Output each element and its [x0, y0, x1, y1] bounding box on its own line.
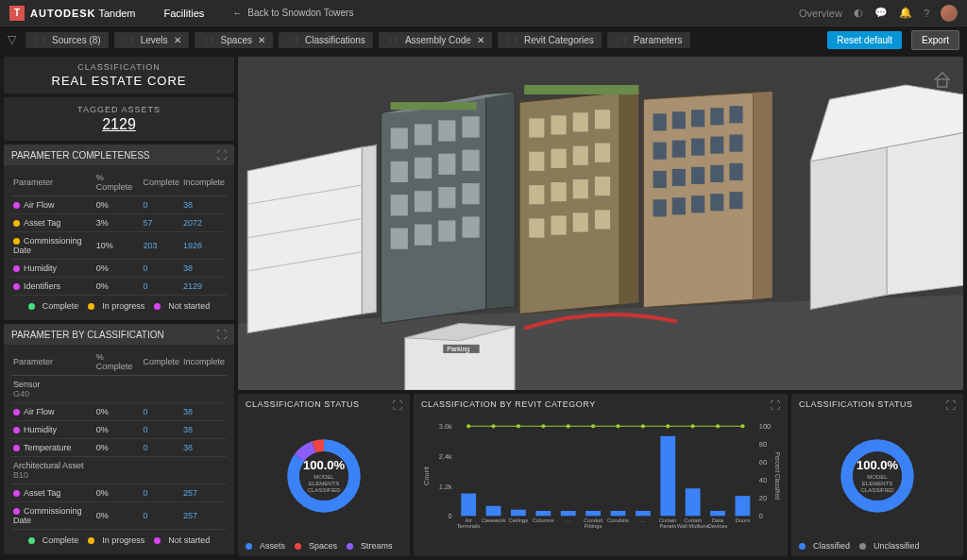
svg-rect-70: [391, 102, 477, 110]
svg-rect-66: [691, 195, 704, 212]
table-row[interactable]: Humidity0%038: [11, 421, 227, 439]
reset-button[interactable]: Reset default: [827, 31, 902, 49]
svg-rect-32: [551, 115, 566, 134]
popout-icon[interactable]: ⛶: [392, 399, 403, 411]
close-icon[interactable]: ✕: [174, 35, 181, 45]
svg-rect-45: [573, 212, 588, 231]
filter-chip[interactable]: ⋮⋮Levels✕: [114, 32, 189, 48]
col-complete: Complete: [141, 348, 181, 376]
svg-rect-101: [686, 488, 701, 516]
svg-rect-49: [653, 113, 667, 130]
svg-marker-11: [486, 93, 515, 309]
grip-icon: ⋮⋮: [202, 36, 215, 44]
filter-chip[interactable]: ⋮⋮Parameters: [607, 32, 690, 48]
filter-bar: ▽ ⋮⋮Sources (8)⋮⋮Levels✕⋮⋮Spaces✕⋮⋮Class…: [0, 26, 967, 53]
svg-rect-69: [524, 85, 638, 94]
svg-marker-3: [887, 133, 963, 296]
back-link[interactable]: ← Back to Snowdon Towers: [232, 8, 353, 18]
table-row[interactable]: Asset Tag0%0257: [11, 484, 227, 502]
svg-rect-44: [551, 215, 566, 234]
bar-chart: 01.2k2.4k3.6k020406080100CountPercent Cl…: [414, 416, 788, 555]
avatar[interactable]: [941, 5, 958, 22]
svg-rect-102: [710, 511, 725, 516]
donut-percent: 100.0%: [857, 458, 899, 472]
table-row[interactable]: Commissioning Date10%2031926: [11, 232, 227, 260]
popout-icon[interactable]: ⛶: [945, 399, 957, 411]
filter-chip[interactable]: ⋮⋮Classifications: [279, 32, 373, 48]
svg-rect-100: [660, 436, 675, 516]
sidebar: CLASSIFICATION REAL ESTATE CORE TAGGED A…: [0, 53, 238, 560]
arrow-left-icon: ←: [232, 8, 242, 18]
export-button[interactable]: Export: [911, 30, 959, 50]
legend-inprogress: In progress: [102, 535, 144, 545]
svg-rect-52: [710, 108, 723, 125]
svg-rect-35: [529, 152, 544, 171]
3d-viewer[interactable]: Parking: [238, 57, 963, 390]
panel-title: PARAMETER BY CLASSIFICATION: [11, 330, 164, 340]
table-row[interactable]: Asset Tag3%572072: [11, 214, 227, 232]
help-icon[interactable]: ?: [924, 8, 929, 19]
legend-inprogress: In progress: [102, 301, 144, 311]
filter-chip[interactable]: ⋮⋮Spaces✕: [195, 32, 273, 48]
svg-rect-18: [415, 158, 432, 178]
brand: AUTODESK Tandem: [30, 8, 136, 19]
svg-text:Casework: Casework: [482, 518, 506, 523]
svg-rect-31: [529, 118, 544, 137]
svg-rect-64: [653, 199, 667, 216]
legend-notstarted: Not started: [168, 535, 210, 545]
svg-rect-68: [729, 192, 742, 209]
nav-overview[interactable]: Overview: [799, 8, 842, 19]
col-incomplete: Incomplete: [181, 169, 227, 196]
classification-label: CLASSIFICATION: [4, 62, 234, 72]
popout-icon[interactable]: ⛶: [216, 149, 227, 161]
legend-classified: Classified: [813, 541, 850, 551]
close-icon[interactable]: ✕: [477, 35, 484, 45]
table-row[interactable]: Air Flow0%038: [11, 403, 227, 421]
grip-icon: ⋮⋮: [615, 36, 628, 44]
filter-chip[interactable]: ⋮⋮Sources (8): [25, 32, 109, 48]
param-complete-table: Parameter % Complete Complete Incomplete…: [11, 169, 227, 296]
svg-rect-34: [595, 110, 610, 128]
svg-marker-2: [810, 147, 887, 310]
svg-rect-39: [529, 185, 544, 204]
col-incomplete: Incomplete: [181, 348, 227, 376]
bell-icon[interactable]: 🔔: [899, 7, 912, 19]
chat-icon[interactable]: 💬: [874, 7, 888, 19]
nav-facilities[interactable]: Facilities: [164, 8, 205, 19]
close-icon[interactable]: ✕: [258, 35, 265, 45]
grip-icon: ⋮⋮: [33, 36, 46, 44]
table-row[interactable]: Commissioning Date0%0257: [11, 502, 227, 530]
param-by-class-table: Parameter % Complete Complete Incomplete…: [11, 348, 227, 530]
donut-sublabel: MODEL ELEMENTS CLASSIFIED: [303, 474, 346, 495]
svg-rect-53: [729, 106, 742, 123]
theme-icon[interactable]: ◐: [854, 7, 863, 19]
svg-text:Doors: Doors: [736, 518, 751, 523]
table-row[interactable]: Temperature0%038: [11, 439, 227, 457]
svg-text:Percent Classified: Percent Classified: [774, 452, 780, 501]
back-link-label: Back to Snowdon Towers: [247, 8, 353, 18]
svg-rect-16: [462, 116, 479, 137]
chip-label: Assembly Code: [405, 35, 471, 45]
legend-notstarted: Not started: [168, 301, 210, 311]
tagged-assets-card: TAGGED ASSETS 2129: [4, 97, 234, 141]
table-row[interactable]: Air Flow0%038: [11, 196, 227, 214]
table-row[interactable]: Humidity0%038: [11, 260, 227, 278]
svg-rect-93: [486, 506, 501, 517]
table-row[interactable]: Identifiers0%02129: [11, 278, 227, 296]
tagged-value[interactable]: 2129: [4, 116, 234, 133]
filter-chip[interactable]: ⋮⋮Revit Categories: [498, 32, 602, 48]
classification-title: REAL ESTATE CORE: [4, 74, 234, 88]
svg-rect-54: [653, 143, 667, 160]
svg-rect-17: [391, 161, 408, 182]
parameter-by-classification-panel: PARAMETER BY CLASSIFICATION ⛶ Parameter …: [4, 324, 234, 554]
top-bar: T AUTODESK Tandem Facilities ← Back to S…: [0, 0, 967, 26]
svg-marker-5: [247, 147, 362, 333]
svg-rect-92: [461, 494, 476, 517]
popout-icon[interactable]: ⛶: [770, 399, 781, 411]
filter-chip[interactable]: ⋮⋮Assembly Code✕: [379, 32, 492, 48]
svg-rect-23: [438, 187, 455, 208]
popout-icon[interactable]: ⛶: [216, 329, 227, 340]
chip-label: Revit Categories: [524, 35, 594, 45]
filter-icon[interactable]: ▽: [8, 33, 16, 46]
svg-text:CurtainWall Mullions: CurtainWall Mullions: [677, 518, 709, 529]
